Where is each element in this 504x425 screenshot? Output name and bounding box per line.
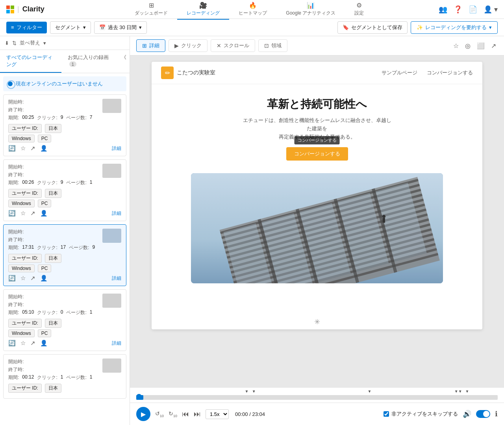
toggle-switch[interactable]: [476, 410, 490, 418]
star-icon[interactable]: ☆: [20, 145, 26, 152]
speed-selector[interactable]: 0.5x 1x 1.5x 2x: [206, 409, 229, 419]
user-icon[interactable]: 👤: [40, 210, 48, 217]
recording-card[interactable]: 開始時: 終了時: 期間: 00:26 クリック: 9 ページ数: 1: [3, 159, 126, 221]
pages-label: ページ数:: [66, 309, 86, 316]
rewind-10-button[interactable]: ↺10: [155, 410, 164, 418]
nav-analytics-label: Google アナリティクス: [286, 10, 335, 17]
tab-detail[interactable]: ⊞ 詳細: [136, 39, 165, 52]
sidebar-collapse-button[interactable]: 《: [118, 50, 130, 73]
next-frame-button[interactable]: ⏭: [194, 410, 201, 418]
user-icon[interactable]: 👤: [40, 340, 48, 347]
star-icon[interactable]: ☆: [20, 210, 26, 217]
nav-heatmap[interactable]: 🔥 ヒートマップ: [229, 0, 276, 20]
nav-analytics[interactable]: 📊 Google アナリティクス: [276, 0, 345, 20]
card-end-row: 終了時:: [8, 172, 102, 178]
tab-scroll[interactable]: ✕ スクロール: [211, 39, 255, 52]
sidebar-tabs: すべてのレコーディング お気に入りの録画 1 《: [0, 50, 130, 73]
tab-click[interactable]: ▶ クリック: [169, 39, 208, 52]
nav-settings[interactable]: ⚙ 設定: [345, 0, 373, 20]
share-icon[interactable]: ↗: [30, 275, 35, 282]
tab-all-recordings[interactable]: すべてのレコーディング: [0, 50, 61, 73]
country-tag: 日本: [45, 319, 61, 328]
share-icon[interactable]: ↗: [30, 210, 35, 217]
online-text: 現在オンラインのユーザーはいません: [16, 80, 103, 87]
start-label: 開始時:: [8, 164, 24, 170]
help-icon-btn[interactable]: ❓: [454, 5, 462, 14]
country-tag: 日本: [45, 384, 61, 393]
os-tag: Windows: [8, 135, 35, 142]
expand-action-button[interactable]: ⬜: [475, 41, 486, 51]
volume-button[interactable]: 🔊: [463, 410, 471, 418]
time-display: 00:00 / 23:04: [235, 411, 265, 417]
star-icon[interactable]: ☆: [20, 340, 26, 347]
prev-frame-button[interactable]: ⏮: [182, 410, 189, 418]
share-icon[interactable]: ↗: [30, 145, 35, 152]
user-id-tag: ユーザー ID:: [8, 124, 42, 133]
timeline-bar[interactable]: [136, 395, 498, 400]
filter-button[interactable]: ≡ フィルター: [6, 22, 47, 33]
recording-card[interactable]: 開始時: 終了時: 期間: 00:25 クリック: 9 ページ数: 7: [3, 94, 126, 156]
document-icon-btn[interactable]: 📄: [469, 5, 477, 14]
timeline-marker-3: ▼: [368, 389, 372, 394]
start-label: 開始時:: [8, 229, 24, 235]
replay-icon[interactable]: 🔄: [8, 275, 16, 282]
end-label: 終了時:: [8, 107, 24, 113]
info-button[interactable]: ℹ: [495, 410, 498, 418]
tab-favorites[interactable]: お気に入りの録画 1: [61, 50, 118, 73]
site-nav-link-2[interactable]: コンバージョンする: [427, 69, 473, 76]
device-tag: PC: [38, 200, 52, 207]
card-actions: 🔄 ☆ ↗ 👤 詳細: [8, 340, 121, 347]
clicks-label: クリック:: [37, 374, 57, 381]
replay-icon[interactable]: 🔄: [8, 210, 16, 217]
user-icon[interactable]: 👤: [40, 145, 48, 152]
site-logo-text: こたつの実験室: [177, 69, 215, 76]
account-icon-btn[interactable]: 👤 ▾: [484, 5, 498, 14]
current-time: 00:00: [235, 411, 248, 417]
play-button[interactable]: ▶: [136, 407, 150, 421]
nav-dashboard[interactable]: ⊞ ダッシュボード: [125, 0, 177, 20]
card-actions: 🔄 ☆ ↗ 👤 詳細: [8, 275, 121, 282]
forward-10-button[interactable]: ↻10: [169, 410, 177, 418]
detail-link[interactable]: 詳細: [112, 145, 121, 152]
detail-link[interactable]: 詳細: [112, 275, 121, 282]
summarize-button[interactable]: ✨ レコーディングを要約する ▾: [411, 21, 498, 34]
days-button[interactable]: 📅 過去 30 日間 ▾: [94, 21, 147, 34]
skip-inactive-checkbox[interactable]: [384, 411, 389, 417]
star-icon[interactable]: ☆: [20, 275, 26, 282]
click-tab-icon: ▶: [174, 42, 179, 49]
save-segment-button[interactable]: 🔖 セグメントとして保存: [337, 21, 408, 34]
country-tag: 日本: [45, 124, 61, 133]
card-duration-row: 期間: 17:31 クリック: 17 ページ数: 9: [8, 244, 102, 251]
replay-icon[interactable]: 🔄: [8, 145, 16, 152]
detail-link[interactable]: 詳細: [112, 210, 121, 217]
segment-button[interactable]: セグメント ▾: [50, 21, 91, 34]
click-tooltip: コンバージョンする: [295, 136, 340, 144]
sort-chevron-icon[interactable]: ▾: [43, 40, 46, 46]
replay-icon[interactable]: 🔄: [8, 340, 16, 347]
share-action-button[interactable]: ↗: [489, 41, 498, 51]
card-info: 開始時: 終了時: 期間: 17:31 クリック: 17 ページ数: 9: [8, 229, 102, 252]
recording-card[interactable]: 開始時: 終了時: 期間: 05:10 クリック: 0 ページ数: 1: [3, 289, 126, 351]
user-icon[interactable]: 👤: [40, 275, 48, 282]
download-icon[interactable]: ⬇: [5, 40, 9, 46]
share-icon[interactable]: ↗: [30, 340, 35, 347]
timeline-scrubber[interactable]: [136, 394, 142, 399]
people-icon-btn[interactable]: 👥: [439, 5, 447, 14]
site-logo-icon: ✏: [161, 67, 174, 79]
brand: | Clarity: [6, 5, 44, 13]
nav-recording[interactable]: 🎥 レコーディング: [177, 0, 229, 20]
site-cta-button[interactable]: コンバージョンする コンバージョンする: [286, 147, 348, 161]
controls-right: 非アクティブをスキップする 🔊 ℹ: [384, 410, 498, 418]
recording-icon: 🎥: [199, 2, 207, 9]
tab-area[interactable]: ⊡ 領域: [258, 39, 287, 52]
recording-card-selected[interactable]: 開始時: 終了時: 期間: 17:31 クリック: 17 ページ数: 9: [3, 224, 126, 286]
detail-link[interactable]: 詳細: [112, 340, 121, 347]
star-action-button[interactable]: ☆: [452, 41, 460, 51]
card-header: 開始時: 終了時: 期間: 17:31 クリック: 17 ページ数: 9: [8, 229, 121, 252]
sort-label[interactable]: 並べ替え: [20, 39, 40, 46]
recording-card[interactable]: 開始時: 終了時: 期間: 00:12 クリック: 1 ページ数: 1: [3, 354, 126, 399]
sort-icon[interactable]: ⇅: [12, 40, 17, 46]
scroll-marker: ✳: [314, 318, 320, 326]
filter-action-button[interactable]: ◎: [463, 41, 472, 51]
site-nav-link-1[interactable]: サンプルページ: [382, 69, 417, 76]
